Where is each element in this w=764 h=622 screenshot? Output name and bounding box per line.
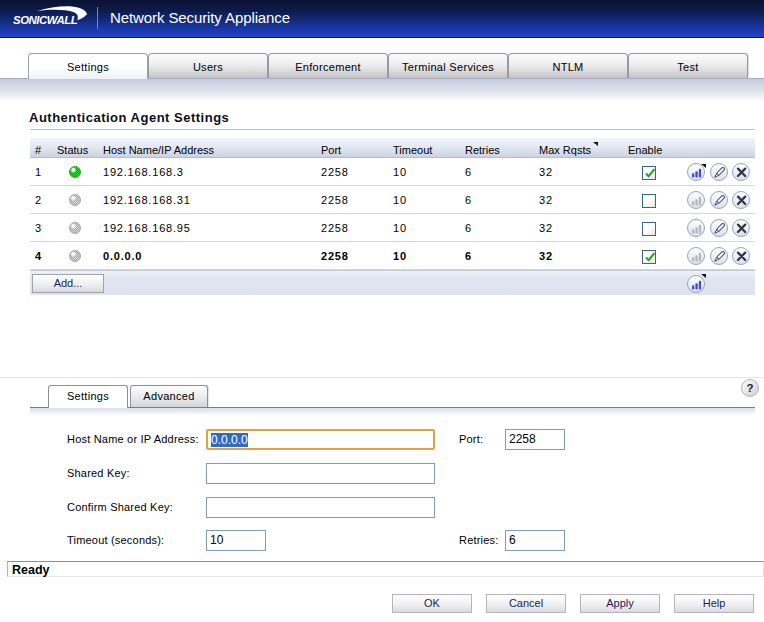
svg-text:SONICWALL: SONICWALL (13, 14, 78, 26)
